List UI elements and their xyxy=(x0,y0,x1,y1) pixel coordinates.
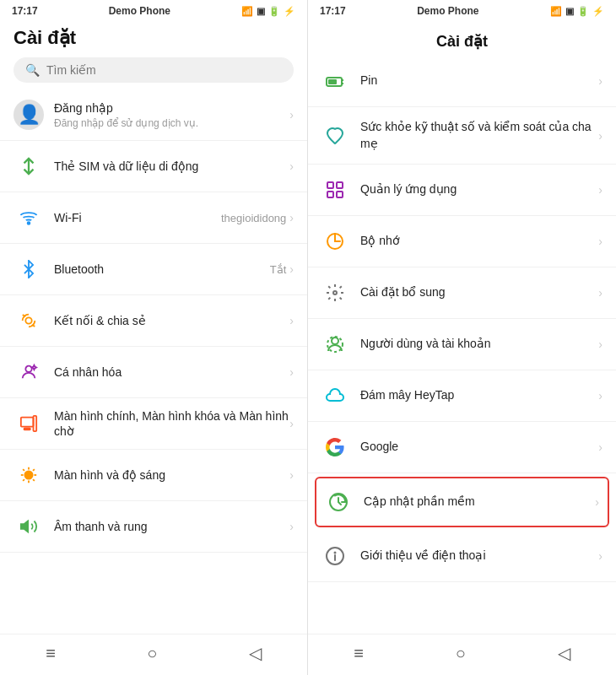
right-nav-bar: ≡ ○ ◁ xyxy=(308,634,616,675)
wifi-value: thegioididong xyxy=(221,212,286,224)
left-home-nav[interactable]: ○ xyxy=(147,644,157,663)
item-content-sound: Âm thanh và rung xyxy=(54,519,289,534)
right-time: 17:17 xyxy=(320,5,346,17)
item-title-sim: Thẻ SIM và dữ liệu di động xyxy=(54,159,289,174)
right-wifi-icon: 📶 xyxy=(550,6,562,17)
item-title-personalize: Cá nhân hóa xyxy=(54,364,289,380)
chevron-icon-login: › xyxy=(289,108,294,122)
sim-status-icon: ▣ xyxy=(257,6,265,17)
battery-status-icon: 🔋 xyxy=(268,6,280,17)
chevron-icon-brightness: › xyxy=(289,468,294,482)
right-item-cloud[interactable]: Đám mây HeyTap › xyxy=(308,370,616,422)
right-battery-icon: 🔋 xyxy=(577,6,589,17)
right-item-apps[interactable]: Quản lý ứng dụng › xyxy=(308,165,616,216)
chevron-icon-bluetooth: › xyxy=(289,262,294,276)
right-chevron-health: › xyxy=(598,129,602,143)
svg-point-7 xyxy=(24,472,32,479)
extra-settings-icon xyxy=(322,279,349,306)
right-chevron-accounts: › xyxy=(598,338,602,351)
wifi-status-icon: 📶 xyxy=(241,6,253,17)
chevron-icon-connection: › xyxy=(289,314,294,327)
bluetooth-icon xyxy=(14,254,44,284)
right-status-bar: 17:17 Demo Phone 📶 ▣ 🔋 ⚡ xyxy=(308,0,616,20)
right-home-nav[interactable]: ○ xyxy=(456,644,466,663)
right-item-accounts[interactable]: Người dùng và tài khoản › xyxy=(308,319,616,370)
left-status-bar: 17:17 Demo Phone 📶 ▣ 🔋 ⚡ xyxy=(0,0,307,20)
item-subtitle-login: Đăng nhập để sử dụng dịch vụ. xyxy=(54,117,289,129)
svg-rect-22 xyxy=(337,182,343,188)
settings-item-bluetooth[interactable]: Bluetooth Tắt › xyxy=(0,244,307,295)
right-item-update[interactable]: Cập nhật phần mềm › xyxy=(315,477,609,527)
item-title-display: Màn hình chính, Màn hình khóa và Màn hìn… xyxy=(54,408,289,439)
right-item-about[interactable]: Giới thiệu về điện thoại › xyxy=(308,531,616,582)
settings-item-personalize[interactable]: Cá nhân hóa › xyxy=(0,347,307,398)
accounts-icon xyxy=(322,331,349,358)
right-chevron-cloud: › xyxy=(598,389,602,402)
right-item-content-extra: Cài đặt bổ sung xyxy=(360,284,598,301)
svg-line-14 xyxy=(23,479,24,481)
chevron-icon-personalize: › xyxy=(289,365,294,379)
right-back-nav[interactable]: ◁ xyxy=(558,643,570,663)
brightness-icon xyxy=(14,460,44,490)
right-item-storage[interactable]: Bộ nhớ › xyxy=(308,216,616,267)
right-item-title-google: Google xyxy=(360,439,598,456)
item-content-sim: Thẻ SIM và dữ liệu di động xyxy=(54,159,289,174)
right-item-google[interactable]: Google › xyxy=(308,422,616,473)
right-item-content-battery: Pin xyxy=(360,73,598,89)
item-content-wifi: Wi-Fi xyxy=(54,210,221,225)
right-phone-panel: 17:17 Demo Phone 📶 ▣ 🔋 ⚡ Cài đặt Pin xyxy=(308,0,616,675)
svg-point-2 xyxy=(25,317,31,323)
google-icon xyxy=(322,434,349,461)
search-input[interactable] xyxy=(46,63,282,77)
left-settings-list: 👤 Đăng nhập Đăng nhập để sử dụng dịch vụ… xyxy=(0,89,307,634)
svg-rect-4 xyxy=(21,418,34,427)
right-menu-nav[interactable]: ≡ xyxy=(354,644,364,663)
settings-item-connection[interactable]: Kết nối & chia sẻ › xyxy=(0,295,307,347)
right-item-content-health: Sức khỏe kỹ thuật số và kiểm soát của ch… xyxy=(360,119,598,152)
svg-point-3 xyxy=(25,366,31,372)
health-icon xyxy=(322,122,349,149)
item-content-display: Màn hình chính, Màn hình khóa và Màn hìn… xyxy=(54,408,289,439)
left-menu-nav[interactable]: ≡ xyxy=(46,644,56,663)
svg-rect-23 xyxy=(327,192,333,197)
about-icon xyxy=(322,543,349,570)
right-item-content-cloud: Đám mây HeyTap xyxy=(360,387,598,404)
left-nav-bar: ≡ ○ ◁ xyxy=(0,634,307,675)
settings-item-sound[interactable]: Âm thanh và rung › xyxy=(0,501,307,553)
settings-item-login[interactable]: 👤 Đăng nhập Đăng nhập để sử dụng dịch vụ… xyxy=(0,89,307,141)
apps-icon xyxy=(322,176,349,203)
chevron-icon-wifi: › xyxy=(289,211,294,224)
left-status-icons: 📶 ▣ 🔋 ⚡ xyxy=(241,6,295,17)
right-item-health[interactable]: Sức khỏe kỹ thuật số và kiểm soát của ch… xyxy=(308,107,616,165)
right-chevron-extra: › xyxy=(598,286,602,300)
search-bar[interactable]: 🔍 xyxy=(14,57,294,83)
item-content-bluetooth: Bluetooth xyxy=(54,262,270,277)
left-carrier: Demo Phone xyxy=(109,5,170,17)
item-content-brightness: Màn hình và độ sáng xyxy=(54,467,289,483)
item-content-login: Đăng nhập Đăng nhập để sử dụng dịch vụ. xyxy=(54,100,289,129)
sim-icon xyxy=(14,151,44,181)
svg-point-26 xyxy=(333,291,337,294)
right-item-title-cloud: Đám mây HeyTap xyxy=(360,387,598,404)
right-item-battery[interactable]: Pin › xyxy=(308,56,616,107)
svg-line-13 xyxy=(33,479,35,481)
left-back-nav[interactable]: ◁ xyxy=(249,643,262,663)
right-status-icons: 📶 ▣ 🔋 ⚡ xyxy=(550,6,604,17)
right-item-extra[interactable]: Cài đặt bổ sung › xyxy=(308,267,616,319)
settings-item-brightness[interactable]: Màn hình và độ sáng › xyxy=(0,450,307,501)
settings-item-wifi[interactable]: Wi-Fi thegioididong › xyxy=(0,192,307,244)
settings-item-display[interactable]: Màn hình chính, Màn hình khóa và Màn hìn… xyxy=(0,398,307,450)
right-item-title-storage: Bộ nhớ xyxy=(360,233,598,250)
svg-point-27 xyxy=(332,338,338,344)
sound-icon xyxy=(14,511,44,542)
right-item-content-accounts: Người dùng và tài khoản xyxy=(360,336,598,353)
chevron-icon-display: › xyxy=(289,417,294,430)
svg-marker-16 xyxy=(21,521,28,532)
svg-line-12 xyxy=(23,470,24,472)
item-content-personalize: Cá nhân hóa xyxy=(54,364,289,380)
cloud-icon xyxy=(322,382,349,409)
right-sim-icon: ▣ xyxy=(565,6,574,17)
right-chevron-apps: › xyxy=(598,183,602,197)
right-item-content-about: Giới thiệu về điện thoại xyxy=(360,548,598,564)
settings-item-sim[interactable]: Thẻ SIM và dữ liệu di động › xyxy=(0,141,307,192)
